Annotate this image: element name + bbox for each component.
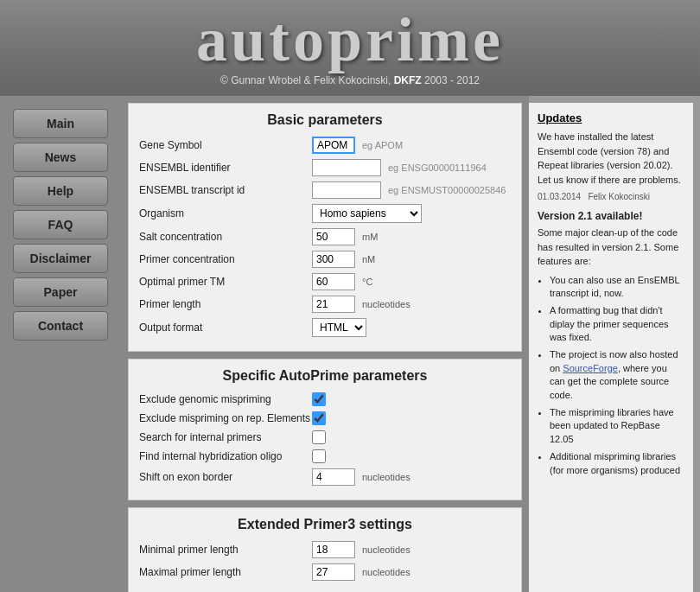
salt-conc-label: Salt concentration — [139, 231, 312, 243]
optimal-tm-unit: °C — [362, 277, 372, 287]
ensembl-transcript-control: eg ENSMUST00000025846 — [312, 181, 506, 199]
exclude-genomic-control — [312, 392, 326, 406]
bullet-5: Additional mispriming libraries (for mor… — [550, 450, 684, 477]
organism-select[interactable]: Homo sapiens Mus musculus Rattus norvegi… — [312, 204, 422, 223]
exclude-genomic-row: Exclude genomic mispriming — [139, 392, 511, 406]
exclude-rep-control — [312, 411, 326, 425]
primer-conc-control: nM — [312, 251, 375, 268]
sidebar-item-faq[interactable]: FAQ — [13, 210, 108, 239]
gene-symbol-input[interactable] — [312, 137, 355, 154]
min-primer-length-input[interactable] — [312, 541, 355, 558]
ensembl-transcript-hint: eg ENSMUST00000025846 — [388, 185, 506, 195]
exclude-genomic-checkbox[interactable] — [312, 392, 326, 406]
updates-title: Updates — [538, 111, 684, 124]
search-internal-control — [312, 430, 326, 444]
organism-row: Organism Homo sapiens Mus musculus Rattu… — [139, 204, 511, 223]
salt-conc-input[interactable] — [312, 228, 355, 245]
bullet-3: The project is now also hosted on Source… — [550, 348, 684, 402]
ensembl-transcript-row: ENSEMBL transcript id eg ENSMUST00000025… — [139, 181, 511, 199]
main-content: Basic parameters Gene Symbol eg APOM ENS… — [121, 96, 529, 592]
salt-conc-control: mM — [312, 228, 378, 245]
copyright: © Gunnar Wrobel & Felix Kokocinski, DKFZ… — [0, 71, 700, 92]
ensembl-id-label: ENSEMBL identifier — [139, 162, 312, 174]
primer-length-control: nucleotides — [312, 296, 410, 313]
basic-params-title: Basic parameters — [139, 112, 511, 128]
shift-exon-label: Shift on exon border — [139, 471, 312, 483]
sidebar-item-disclaimer[interactable]: Disclaimer — [13, 244, 108, 273]
organism-label: Organism — [139, 207, 312, 220]
primer-conc-unit: nM — [362, 254, 375, 264]
gene-symbol-label: Gene Symbol — [139, 139, 312, 151]
find-hybridization-control — [312, 449, 326, 463]
exclude-rep-checkbox[interactable] — [312, 411, 326, 425]
bullet-4: The mispriming libraries have been updat… — [550, 406, 684, 446]
max-primer-length-unit: nucleotides — [362, 567, 410, 577]
find-hybridization-row: Find internal hybridization oligo — [139, 449, 511, 463]
ensembl-id-hint: eg ENSG00000111964 — [388, 162, 487, 173]
optimal-tm-control: °C — [312, 273, 372, 290]
min-primer-length-control: nucleotides — [312, 541, 410, 558]
sidebar-item-help[interactable]: Help — [13, 176, 108, 206]
primer-length-input[interactable] — [312, 296, 355, 313]
extended-params-title: Extended Primer3 settings — [139, 517, 511, 532]
sidebar-item-main[interactable]: Main — [13, 109, 108, 138]
output-format-row: Output format HTML Text CSV — [139, 318, 511, 337]
sidebar: Main News Help FAQ Disclaimer Paper Cont… — [0, 96, 121, 592]
gene-symbol-control: eg APOM — [312, 137, 403, 154]
gene-symbol-row: Gene Symbol eg APOM — [139, 137, 511, 154]
ensembl-id-control: eg ENSG00000111964 — [312, 159, 487, 176]
sidebar-item-paper[interactable]: Paper — [13, 277, 108, 307]
sidebar-item-news[interactable]: News — [13, 143, 108, 172]
bullet-2: A formatting bug that didn't diplay the … — [550, 304, 684, 344]
max-primer-length-control: nucleotides — [312, 563, 410, 581]
version-bullets: You can also use an EnsEMBL transcript i… — [538, 274, 684, 477]
right-sidebar: Updates We have installed the latest Ens… — [529, 103, 693, 592]
optimal-tm-input[interactable] — [312, 273, 355, 290]
primer-length-label: Primer length — [139, 298, 312, 310]
exclude-rep-row: Exclude mispriming on rep. Elements — [139, 411, 511, 425]
exclude-rep-label: Exclude mispriming on rep. Elements — [139, 412, 312, 424]
specific-params-title: Specific AutoPrime parameters — [139, 368, 511, 384]
output-format-label: Output format — [139, 321, 312, 334]
max-primer-length-row: Maximal primer length nucleotides — [139, 563, 511, 581]
bullet-1: You can also use an EnsEMBL transcript i… — [550, 274, 684, 301]
max-primer-length-input[interactable] — [312, 563, 355, 581]
optimal-tm-row: Optimal primer TM °C — [139, 273, 511, 290]
primer-conc-input[interactable] — [312, 251, 355, 268]
shift-exon-control: nucleotides — [312, 468, 410, 486]
sourceforge-link[interactable]: SourceForge — [563, 363, 618, 373]
search-internal-checkbox[interactable] — [312, 430, 326, 444]
min-primer-length-unit: nucleotides — [362, 544, 410, 555]
ensembl-transcript-input[interactable] — [312, 181, 381, 199]
max-primer-length-label: Maximal primer length — [139, 566, 312, 578]
version-body: Some major clean-up of the code has resu… — [538, 226, 684, 269]
ensembl-transcript-label: ENSEMBL transcript id — [139, 184, 312, 196]
primer-length-row: Primer length nucleotides — [139, 296, 511, 313]
optimal-tm-label: Optimal primer TM — [139, 276, 312, 288]
updates-date-line: 01.03.2014 Felix Kokocinski — [538, 192, 684, 201]
shift-exon-row: Shift on exon border nucleotides — [139, 468, 511, 486]
output-format-select[interactable]: HTML Text CSV — [312, 318, 366, 337]
ensembl-id-row: ENSEMBL identifier eg ENSG00000111964 — [139, 159, 511, 176]
extended-params-panel: Extended Primer3 settings Minimal primer… — [128, 507, 522, 592]
min-primer-length-label: Minimal primer length — [139, 544, 312, 556]
logo: autoprime — [0, 9, 700, 71]
output-format-control: HTML Text CSV — [312, 318, 366, 337]
shift-exon-input[interactable] — [312, 468, 355, 486]
primer-conc-label: Primer concentration — [139, 253, 312, 265]
primer-length-unit: nucleotides — [362, 299, 410, 309]
salt-conc-row: Salt concentration mM — [139, 228, 511, 245]
basic-parameters-panel: Basic parameters Gene Symbol eg APOM ENS… — [128, 103, 522, 352]
search-internal-row: Search for internal primers — [139, 430, 511, 444]
sidebar-item-contact[interactable]: Contact — [13, 311, 108, 341]
gene-symbol-hint: eg APOM — [362, 140, 403, 150]
header: autoprime © Gunnar Wrobel & Felix Kokoci… — [0, 0, 700, 96]
primer-conc-row: Primer concentration nM — [139, 251, 511, 268]
min-primer-length-row: Minimal primer length nucleotides — [139, 541, 511, 558]
updates-body: We have installed the latest Ensembl cod… — [538, 130, 684, 187]
version-title: Version 2.1 available! — [538, 210, 684, 222]
ensembl-id-input[interactable] — [312, 159, 381, 176]
layout: Main News Help FAQ Disclaimer Paper Cont… — [0, 96, 700, 592]
shift-exon-unit: nucleotides — [362, 472, 410, 482]
find-hybridization-checkbox[interactable] — [312, 449, 326, 463]
